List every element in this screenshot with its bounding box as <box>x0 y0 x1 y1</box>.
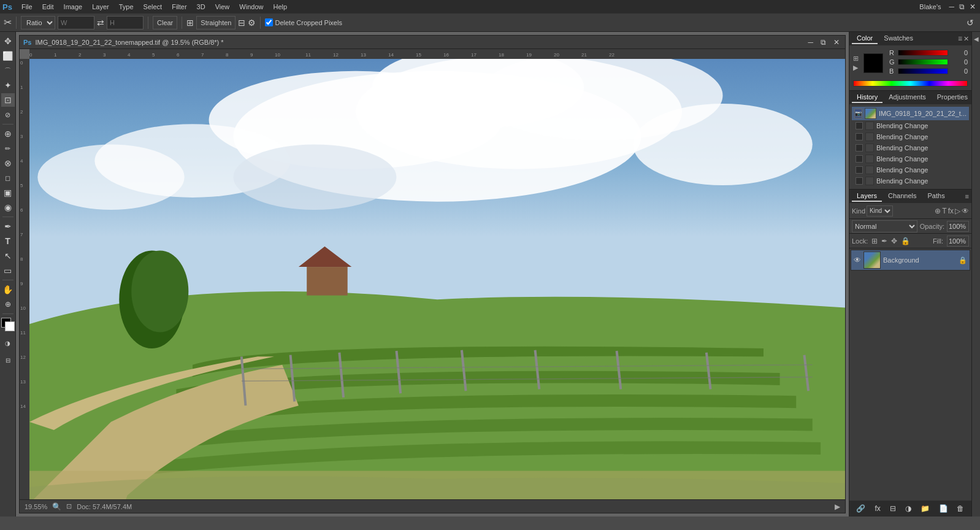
history-item-snapshot[interactable]: 📷 IMG_0918_19_20_21_22_t... <box>852 107 969 120</box>
clear-button[interactable]: Clear <box>153 16 177 29</box>
swap-icon[interactable]: ⇄ <box>97 18 104 28</box>
crop-tool[interactable]: ⊡ <box>1 93 15 107</box>
layer-text-icon[interactable]: T <box>942 207 946 215</box>
height-input[interactable] <box>107 16 144 29</box>
screen-mode-tool[interactable]: ⊟ <box>1 353 15 367</box>
menu-help[interactable]: Help <box>269 2 291 12</box>
eyedropper-tool[interactable]: ⊘ <box>1 108 15 121</box>
rotate-icon[interactable]: ↺ <box>964 18 976 28</box>
foreground-color-box[interactable] <box>863 53 883 73</box>
panel-collapse-btn[interactable]: ◀ <box>971 32 980 517</box>
tab-color[interactable]: Color <box>852 33 878 44</box>
restore-icon[interactable]: ⧉ <box>957 2 967 11</box>
canvas-content[interactable]: 0 1 2 3 4 5 6 7 8 9 10 11 12 13 14 15 16 <box>20 49 845 499</box>
color-tool-icon-2[interactable]: ▶ <box>853 64 859 72</box>
path-select-tool[interactable]: ↖ <box>1 249 15 263</box>
tab-layers[interactable]: Layers <box>852 191 882 202</box>
delete-layer-btn[interactable]: 🗑 <box>954 503 967 514</box>
profile-name[interactable]: Blake's <box>914 3 946 10</box>
menu-edit[interactable]: Edit <box>38 2 58 12</box>
menu-window[interactable]: Window <box>235 2 267 12</box>
r-slider-track[interactable] <box>898 50 948 56</box>
history-check-6[interactable] <box>856 177 863 185</box>
ratio-select[interactable]: Ratio <box>21 16 55 29</box>
color-tool-icon-1[interactable]: ⊞ <box>853 55 859 63</box>
lasso-tool[interactable]: ⌒ <box>1 64 15 77</box>
color-panel-options-icon[interactable]: ≡ <box>958 34 962 43</box>
add-adjustment-btn[interactable]: ◑ <box>903 503 914 514</box>
layer-item-background[interactable]: 👁 Background 🔒 <box>851 250 970 271</box>
layer-effect-icon[interactable]: fx <box>948 207 954 215</box>
history-check-4[interactable] <box>856 155 863 163</box>
new-group-btn[interactable]: 📁 <box>918 503 932 514</box>
layer-mode-icon[interactable]: ▷ <box>955 207 960 215</box>
menu-filter[interactable]: Filter <box>167 2 191 12</box>
color-spectrum[interactable] <box>853 80 968 86</box>
history-item-4[interactable]: Blending Change <box>852 153 969 164</box>
history-item-3[interactable]: Blending Change <box>852 142 969 153</box>
delete-cropped-checkbox[interactable] <box>265 18 273 26</box>
settings-icon[interactable]: ⚙ <box>248 18 256 28</box>
layer-toggle-icon[interactable]: 👁 <box>962 207 969 215</box>
history-check-5[interactable] <box>856 166 863 174</box>
magic-wand-tool[interactable]: ✦ <box>1 79 15 92</box>
window-close-btn[interactable]: ✕ <box>832 38 841 47</box>
g-slider-track[interactable] <box>898 59 948 65</box>
history-check-1[interactable] <box>856 122 863 129</box>
link-layers-btn[interactable]: 🔗 <box>854 503 868 514</box>
layers-panel-options-icon[interactable]: ≡ <box>965 193 969 200</box>
brush-tool[interactable]: ✏ <box>1 142 15 155</box>
clone-tool[interactable]: ⊗ <box>1 156 15 170</box>
menu-type[interactable]: Type <box>115 2 138 12</box>
lock-move-icon[interactable]: ✥ <box>891 237 897 245</box>
pen-tool[interactable]: ✒ <box>1 220 15 233</box>
zoom-tool[interactable]: ⊕ <box>1 298 15 311</box>
straighten-button[interactable]: Straighten <box>196 16 235 29</box>
menu-3d[interactable]: 3D <box>193 2 210 12</box>
move-tool[interactable]: ✥ <box>1 34 15 48</box>
add-style-btn[interactable]: fx <box>872 503 882 514</box>
shape-tool[interactable]: ▭ <box>1 264 15 277</box>
window-minimize-btn[interactable]: ─ <box>806 38 815 47</box>
menu-image[interactable]: Image <box>59 2 87 12</box>
arrow-icon[interactable]: ▶ <box>835 502 840 511</box>
dodge-tool[interactable]: ◉ <box>1 201 15 214</box>
text-tool[interactable]: T <box>1 234 15 248</box>
quick-mask-tool[interactable]: ◑ <box>1 336 15 350</box>
canvas-image[interactable] <box>29 59 845 499</box>
color-swatches[interactable] <box>1 318 15 331</box>
history-check-3[interactable] <box>856 144 863 152</box>
tab-history[interactable]: History <box>852 92 882 103</box>
history-item-1[interactable]: Blending Change <box>852 120 969 131</box>
fill-input[interactable] <box>947 236 969 247</box>
history-check-2[interactable] <box>856 133 863 140</box>
lock-all-icon[interactable]: 🔒 <box>901 237 910 245</box>
tab-properties[interactable]: Properties <box>932 92 973 103</box>
blend-mode-select[interactable]: Normal <box>852 220 917 232</box>
window-restore-btn[interactable]: ⧉ <box>819 38 828 47</box>
lock-position-icon[interactable]: ✒ <box>881 237 887 245</box>
add-mask-btn[interactable]: ⊟ <box>887 503 898 514</box>
tab-paths[interactable]: Paths <box>923 191 950 202</box>
minimize-icon[interactable]: ─ <box>947 2 956 11</box>
menu-layer[interactable]: Layer <box>88 2 113 12</box>
menu-view[interactable]: View <box>211 2 234 12</box>
color-panel-close-icon[interactable]: ✕ <box>963 35 969 43</box>
heal-tool[interactable]: ⊕ <box>1 127 15 140</box>
new-layer-btn[interactable]: 📄 <box>936 503 951 514</box>
layer-filter-icon[interactable]: ⊕ <box>935 207 941 215</box>
history-item-6[interactable]: Blending Change <box>852 175 969 186</box>
tab-swatches[interactable]: Swatches <box>879 33 918 44</box>
tab-channels[interactable]: Channels <box>883 191 921 202</box>
kind-select[interactable]: Kind <box>867 205 893 217</box>
menu-file[interactable]: File <box>17 2 37 12</box>
menu-select[interactable]: Select <box>139 2 167 12</box>
width-input[interactable] <box>58 16 94 29</box>
gradient-tool[interactable]: ▣ <box>1 186 15 199</box>
tab-adjustments[interactable]: Adjustments <box>884 92 931 103</box>
background-color[interactable] <box>5 321 15 331</box>
history-item-5[interactable]: Blending Change <box>852 164 969 175</box>
history-item-2[interactable]: Blending Change <box>852 131 969 142</box>
opacity-input[interactable] <box>947 221 969 232</box>
eraser-tool[interactable]: ◻ <box>1 171 15 185</box>
